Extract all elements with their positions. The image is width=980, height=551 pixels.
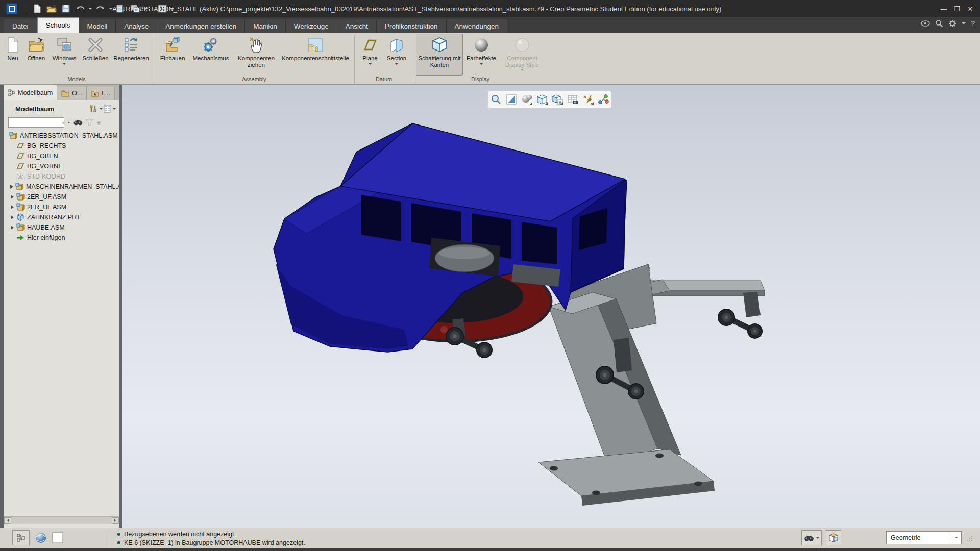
tab-anwendungen[interactable]: Anwendungen [447, 19, 507, 33]
navigator-tab-ordner[interactable]: O... [57, 87, 87, 100]
undo-dropdown-icon[interactable] [88, 8, 92, 12]
tree-item-root[interactable]: ANTRIEBSSTATION_STAHL.ASM [4, 131, 119, 141]
mechanismus-button[interactable]: Mechanismus [188, 34, 233, 76]
model-tree-box-button[interactable] [826, 530, 841, 545]
datum-display-filter-icon[interactable] [581, 93, 595, 106]
tree-item-haube[interactable]: HAUBE.ASM [4, 222, 119, 233]
tree-horizontal-scrollbar[interactable] [4, 516, 119, 524]
expand-arrow-icon[interactable] [9, 226, 16, 230]
gear-dropdown-icon[interactable] [962, 22, 966, 27]
undo-icon[interactable] [74, 3, 86, 15]
saved-orientations-icon[interactable] [551, 93, 564, 106]
chevron-down-icon [369, 63, 372, 66]
neu-button[interactable]: Neu [2, 34, 23, 76]
redo-icon[interactable] [94, 3, 107, 15]
tree-item-bg-oben[interactable]: BG_OBEN [4, 151, 119, 161]
navigator-toggle-icon[interactable] [12, 530, 30, 545]
message-area: Bezugsebenen werden nicht angezeigt. KE … [117, 530, 305, 547]
navigator-header: Modellbaum [4, 102, 119, 115]
folder-icon [61, 90, 69, 97]
section-button[interactable]: Section [383, 34, 410, 76]
sphere-icon [473, 36, 489, 54]
plus-icon[interactable]: + [96, 118, 101, 127]
tab-analyse[interactable]: Analyse [116, 19, 157, 33]
app-icon[interactable] [6, 3, 17, 14]
group-label-display: Display [416, 76, 545, 84]
navigator-edge[interactable] [0, 85, 4, 528]
new-document-icon[interactable] [31, 3, 43, 15]
oeffnen-button[interactable]: Öffnen [23, 34, 49, 76]
tab-schools[interactable]: Schools [37, 17, 79, 33]
graphics-area[interactable] [122, 85, 980, 528]
expand-arrow-icon[interactable] [9, 215, 16, 219]
spin-center-icon[interactable] [597, 93, 610, 106]
resize-grip[interactable] [966, 534, 973, 541]
tools-icon[interactable] [89, 105, 99, 113]
display-style-icon[interactable] [535, 93, 549, 106]
search-icon[interactable] [935, 19, 943, 28]
navigator-tab-favoriten[interactable]: F... [87, 87, 115, 100]
view-manager-icon[interactable] [566, 93, 579, 106]
tab-profilkonstruktion[interactable]: Profilkonstruktion [377, 19, 447, 33]
minimize-button[interactable]: — [937, 2, 950, 15]
web-browser-icon[interactable] [35, 532, 47, 544]
plane-button[interactable]: Plane [357, 34, 383, 76]
save-icon[interactable] [60, 3, 72, 15]
maximize-button[interactable]: ❒ [950, 2, 964, 15]
search-dropdown-icon[interactable] [67, 122, 70, 125]
close-button[interactable]: ✕ [964, 2, 977, 15]
tree-item-2er-uf-1[interactable]: 2ER_UF.ASM [4, 192, 119, 202]
open-folder-icon[interactable] [45, 3, 58, 15]
assembly-icon [16, 193, 24, 201]
list-settings-icon[interactable] [104, 105, 112, 113]
zoom-in-icon[interactable] [489, 93, 503, 106]
blank-swatch-icon[interactable] [52, 532, 63, 543]
sphere-disabled-icon [514, 36, 530, 54]
komponenten-ziehen-button[interactable]: Komponenten ziehen [233, 34, 279, 76]
scroll-right-icon[interactable] [112, 517, 119, 524]
tree-item-2er-uf-2[interactable]: 2ER_UF.ASM [4, 202, 119, 212]
eye-icon[interactable] [921, 20, 930, 27]
expand-arrow-icon[interactable] [9, 195, 16, 199]
tree-item-insert-here[interactable]: Hier einfügen [4, 233, 119, 243]
find-button[interactable] [801, 530, 822, 545]
scroll-left-icon[interactable] [4, 517, 11, 524]
tab-ansicht[interactable]: Ansicht [337, 19, 377, 33]
farbeffekte-button[interactable]: Farbeffekte [463, 34, 500, 76]
komponentenschnittstelle-button[interactable]: Komponentenschnittstelle [279, 34, 352, 76]
tree-item-maschinenrahmen[interactable]: MASCHINENRAHMEN_STAHL.ASM [4, 182, 119, 192]
3d-model[interactable] [122, 85, 980, 528]
tree-item-bg-rechts[interactable]: BG_RECHTS [4, 141, 119, 151]
appearance-gallery-icon[interactable] [520, 93, 533, 106]
tab-anmerkungen[interactable]: Anmerkungen erstellen [157, 19, 245, 33]
assembly-icon [16, 223, 24, 232]
tab-modell[interactable]: Modell [79, 19, 116, 33]
clear-search-icon[interactable]: × [62, 120, 65, 126]
einbauen-button[interactable]: Einbauen [157, 34, 188, 76]
tab-manikin[interactable]: Manikin [245, 19, 286, 33]
chevron-down-icon[interactable] [100, 108, 103, 111]
schattierung-mit-kanten-button[interactable]: Schattierung mit Kanten [416, 34, 463, 76]
schliessen-button[interactable]: Schließen [80, 34, 111, 76]
selection-filter-select[interactable]: Geometrie [886, 531, 962, 544]
tree-item-zahnkranz[interactable]: ZAHNKRANZ.PRT [4, 212, 119, 222]
navigator-tab-modellbaum[interactable]: Modellbaum [4, 85, 57, 100]
binoculars-icon[interactable] [74, 119, 83, 126]
refit-icon[interactable] [505, 93, 518, 106]
tab-werkzeuge[interactable]: Werkzeuge [286, 19, 337, 33]
tree-item-std-koord[interactable]: STD-KOORD [4, 171, 119, 182]
expand-arrow-icon[interactable] [9, 185, 15, 189]
gear-icon[interactable] [948, 19, 957, 28]
panel-splitter[interactable] [119, 85, 122, 528]
filter-icon[interactable] [86, 119, 93, 126]
tab-datei[interactable]: Datei [4, 19, 37, 33]
datum-plane-icon [16, 162, 24, 170]
regenerieren-button[interactable]: Regenerieren [111, 34, 151, 76]
datum-plane-icon [362, 36, 378, 54]
expand-arrow-icon[interactable] [9, 205, 16, 209]
search-input[interactable]: × [8, 117, 64, 128]
tree-item-bg-vorne[interactable]: BG_VORNE [4, 161, 119, 171]
chevron-down-icon[interactable] [113, 108, 116, 111]
help-icon[interactable]: ? [971, 19, 975, 28]
windows-button[interactable]: Windows [49, 34, 80, 76]
